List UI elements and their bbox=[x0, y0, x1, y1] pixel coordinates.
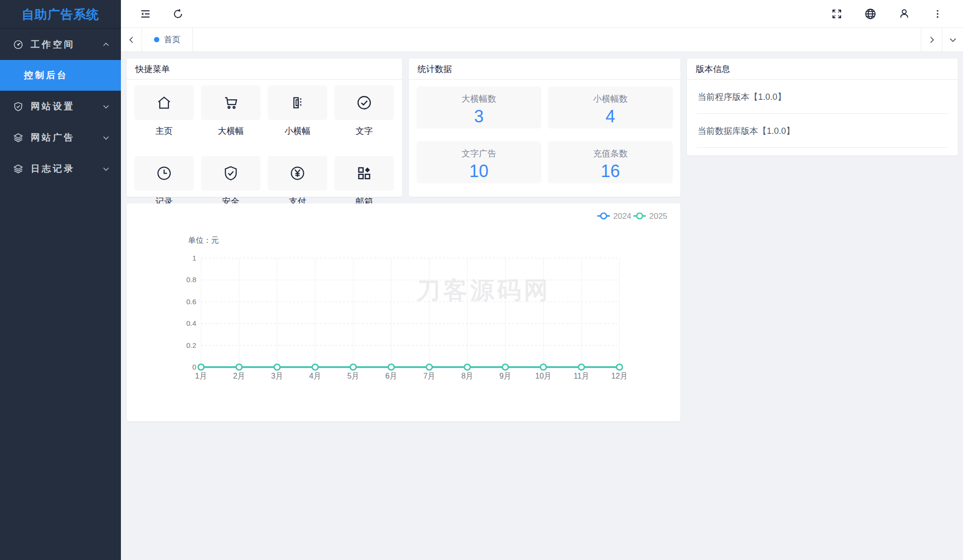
stats-title: 统计数据 bbox=[409, 59, 680, 80]
data-point bbox=[236, 364, 242, 370]
legend-item-2024[interactable]: 2024 bbox=[597, 212, 631, 221]
tab-menu-dropdown-button[interactable] bbox=[942, 28, 963, 51]
layers-icon bbox=[12, 163, 24, 175]
x-axis-tick-label: 1月 bbox=[195, 372, 207, 380]
quick-item-security[interactable]: 安全 bbox=[201, 156, 261, 207]
chevron-down-icon bbox=[102, 102, 110, 111]
x-axis-tick-label: 5月 bbox=[347, 372, 359, 380]
version-title: 版本信息 bbox=[687, 59, 958, 80]
data-point bbox=[464, 364, 470, 370]
dashboard-icon bbox=[12, 39, 24, 50]
tab-active-dot bbox=[154, 37, 159, 42]
sidebar-subitem-control-backend[interactable]: 控制后台 bbox=[0, 60, 121, 91]
x-axis-tick-label: 4月 bbox=[309, 372, 321, 380]
quick-item-big-banner[interactable]: 大横幅 bbox=[201, 85, 261, 137]
clock-icon bbox=[155, 165, 173, 182]
quick-item-text[interactable]: 文字 bbox=[334, 85, 394, 137]
stat-recharge-count: 充值条数 16 bbox=[548, 141, 673, 183]
data-point bbox=[388, 364, 394, 370]
fullscreen-icon[interactable] bbox=[829, 6, 845, 22]
x-axis-tick-label: 8月 bbox=[461, 372, 473, 380]
stat-value: 16 bbox=[548, 161, 673, 181]
y-axis-tick-label: 0.2 bbox=[186, 341, 196, 349]
svg-text:2025: 2025 bbox=[649, 212, 667, 221]
quick-menu-card: 快捷菜单 主页 bbox=[127, 59, 402, 197]
quick-item-home[interactable]: 主页 bbox=[134, 85, 194, 137]
chart-card: 刀客源码网1月2月3月4月5月6月7月8月9月10月11月12月00.20.40… bbox=[127, 203, 680, 421]
collapse-menu-icon[interactable] bbox=[137, 6, 154, 22]
sidebar-item-workspace[interactable]: 工作空间 bbox=[0, 29, 121, 60]
stats-card: 统计数据 大横幅数 3 小横幅数 4 文字广告 bbox=[409, 59, 680, 197]
more-vertical-icon[interactable] bbox=[929, 6, 946, 22]
chevron-down-icon bbox=[102, 133, 110, 142]
home-icon bbox=[155, 94, 173, 111]
x-axis-tick-label: 12月 bbox=[611, 372, 628, 380]
stat-value: 4 bbox=[548, 107, 673, 127]
sidebar-item-label: 网站设置 bbox=[31, 100, 102, 113]
user-icon[interactable] bbox=[896, 6, 912, 22]
y-axis-tick-label: 0 bbox=[192, 363, 196, 371]
y-axis-tick-label: 1 bbox=[192, 254, 196, 262]
tab-home[interactable]: 首页 bbox=[142, 28, 193, 51]
data-point bbox=[617, 364, 622, 370]
tabbar: 首页 bbox=[121, 28, 963, 52]
data-point bbox=[312, 364, 318, 370]
x-axis-tick-label: 3月 bbox=[271, 372, 283, 380]
program-version-text: 当前程序版本【1.0.0】 bbox=[697, 80, 948, 114]
quick-item-small-banner[interactable]: 小横幅 bbox=[268, 85, 327, 137]
data-point bbox=[274, 364, 280, 370]
data-point bbox=[198, 364, 204, 370]
sidebar-item-site-settings[interactable]: 网站设置 bbox=[0, 91, 121, 122]
sidebar-item-label: 日志记录 bbox=[31, 163, 102, 175]
main-area: 首页 快捷菜单 bbox=[121, 0, 963, 560]
quick-item-records[interactable]: 记录 bbox=[134, 156, 194, 207]
data-point bbox=[427, 364, 432, 370]
x-axis-tick-label: 6月 bbox=[385, 372, 397, 380]
data-point bbox=[502, 364, 508, 370]
chevron-up-icon bbox=[102, 40, 110, 49]
chevron-down-icon bbox=[102, 165, 110, 173]
stat-big-banner-count: 大横幅数 3 bbox=[416, 86, 541, 129]
data-point bbox=[540, 364, 546, 370]
revenue-line-chart: 刀客源码网1月2月3月4月5月6月7月8月9月10月11月12月00.20.40… bbox=[127, 203, 680, 421]
shield-check-icon bbox=[222, 165, 239, 182]
stat-text-ad-count: 文字广告 10 bbox=[416, 141, 541, 183]
quick-menu-title: 快捷菜单 bbox=[127, 59, 402, 80]
sidebar-item-logs[interactable]: 日志记录 bbox=[0, 153, 121, 184]
sidebar-item-label: 工作空间 bbox=[31, 38, 102, 51]
y-axis-tick-label: 0.8 bbox=[186, 275, 196, 284]
layers-icon bbox=[12, 132, 24, 143]
globe-icon[interactable] bbox=[862, 6, 879, 22]
page-content: 快捷菜单 主页 bbox=[121, 52, 963, 560]
quick-item-payment[interactable]: 支付 bbox=[268, 156, 327, 207]
stat-value: 3 bbox=[416, 107, 541, 127]
quick-item-mailbox[interactable]: 邮箱 bbox=[334, 156, 394, 207]
x-axis-tick-label: 2月 bbox=[233, 372, 245, 380]
banner-icon bbox=[289, 94, 306, 111]
cart-icon bbox=[222, 94, 239, 111]
sidebar-item-site-ads[interactable]: 网站广告 bbox=[0, 122, 121, 153]
tabbar-spacer bbox=[193, 28, 921, 51]
y-axis-tick-label: 0.6 bbox=[186, 298, 196, 306]
grid-diamond-icon bbox=[356, 165, 373, 182]
legend-item-2025[interactable]: 2025 bbox=[633, 212, 667, 221]
x-axis-tick-label: 7月 bbox=[423, 372, 435, 380]
refresh-icon[interactable] bbox=[170, 6, 186, 22]
x-axis-tick-label: 9月 bbox=[499, 372, 511, 380]
tab-label: 首页 bbox=[164, 34, 180, 45]
shield-icon bbox=[12, 101, 24, 112]
topbar bbox=[121, 0, 963, 28]
x-axis-tick-label: 11月 bbox=[573, 372, 589, 380]
svg-text:2024: 2024 bbox=[613, 212, 631, 221]
x-axis-tick-label: 10月 bbox=[535, 372, 552, 380]
y-axis-tick-label: 0.4 bbox=[186, 319, 196, 327]
data-point bbox=[350, 364, 356, 370]
data-point bbox=[579, 364, 584, 370]
app-root: 自助广告系统 工作空间 控制后台 网站设置 bbox=[0, 0, 963, 560]
tab-scroll-right-button[interactable] bbox=[921, 28, 942, 51]
yen-circle-icon bbox=[289, 165, 306, 182]
check-circle-icon bbox=[356, 94, 373, 111]
tab-scroll-left-button[interactable] bbox=[121, 28, 142, 51]
app-title: 自助广告系统 bbox=[0, 0, 121, 29]
watermark-text: 刀客源码网 bbox=[416, 277, 551, 304]
